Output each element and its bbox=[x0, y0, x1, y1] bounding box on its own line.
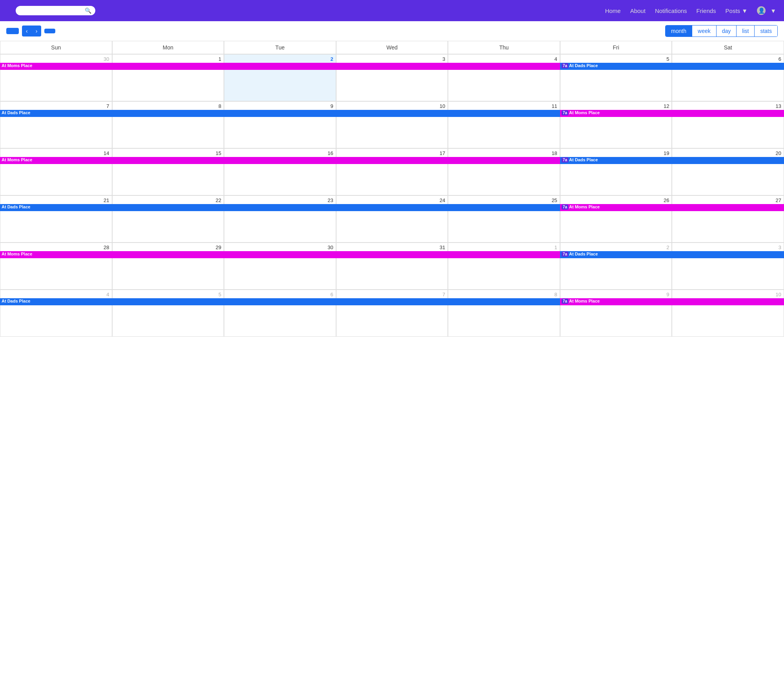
fri-event-w4[interactable]: 7aAt Moms Place bbox=[560, 204, 784, 211]
cell-w6-c0[interactable]: 4 bbox=[0, 290, 112, 337]
cell-w6-c2[interactable]: 6 bbox=[224, 290, 336, 337]
date-label-w6-c5: 9 bbox=[561, 291, 671, 298]
span-event-w2[interactable]: At Dads Place bbox=[0, 110, 560, 117]
search-input[interactable] bbox=[20, 7, 82, 14]
next-month-button[interactable]: › bbox=[32, 26, 42, 36]
cell-w2-c4[interactable]: 11 bbox=[448, 101, 560, 148]
cell-w4-c4[interactable]: 25 bbox=[448, 195, 560, 243]
date-label-w5-c2: 30 bbox=[225, 244, 335, 251]
cell-w5-c4[interactable]: 1 bbox=[448, 243, 560, 290]
cell-w5-c5[interactable]: 2 bbox=[560, 243, 672, 290]
cell-w2-c0[interactable]: 7 bbox=[0, 101, 112, 148]
span-event-w4[interactable]: At Dads Place bbox=[0, 204, 560, 211]
cell-w6-c4[interactable]: 8 bbox=[448, 290, 560, 337]
date-label-w5-c6: 3 bbox=[673, 244, 783, 251]
cell-w5-c3[interactable]: 31 bbox=[336, 243, 448, 290]
date-label-w6-c3: 7 bbox=[337, 291, 447, 298]
cell-w3-c2[interactable]: 16 bbox=[224, 148, 336, 195]
nav-about[interactable]: About bbox=[630, 7, 646, 14]
cell-w1-c1[interactable]: 1 bbox=[112, 54, 224, 101]
week-wrapper-6: 45678910At Dads Place7aAt Moms Place bbox=[0, 290, 784, 337]
nav-home[interactable]: Home bbox=[605, 7, 621, 14]
nav-user[interactable]: 👤 ▼ bbox=[757, 6, 776, 15]
cell-w3-c0[interactable]: 14 bbox=[0, 148, 112, 195]
cell-w6-c1[interactable]: 5 bbox=[112, 290, 224, 337]
date-label-w5-c3: 31 bbox=[337, 244, 447, 251]
cell-w4-c0[interactable]: 21 bbox=[0, 195, 112, 243]
calendar-wrapper: SunMonTueWedThuFriSat30123456At Moms Pla… bbox=[0, 41, 784, 337]
span-event-w5[interactable]: At Moms Place bbox=[0, 251, 560, 258]
fri-event-w1[interactable]: 7aAt Dads Place bbox=[560, 63, 784, 70]
span-event-w1[interactable]: At Moms Place bbox=[0, 63, 560, 70]
time-badge: 7a bbox=[562, 63, 568, 68]
cell-w2-c2[interactable]: 9 bbox=[224, 101, 336, 148]
cell-w1-c4[interactable]: 4 bbox=[448, 54, 560, 101]
cell-w1-c3[interactable]: 3 bbox=[336, 54, 448, 101]
cell-w1-c2[interactable]: 2 bbox=[224, 54, 336, 101]
nav-friends[interactable]: Friends bbox=[697, 7, 716, 14]
cell-w5-c2[interactable]: 30 bbox=[224, 243, 336, 290]
cell-w6-c5[interactable]: 9 bbox=[560, 290, 672, 337]
cell-w4-c6[interactable]: 27 bbox=[672, 195, 784, 243]
cell-w5-c6[interactable]: 3 bbox=[672, 243, 784, 290]
cell-w6-c6[interactable]: 10 bbox=[672, 290, 784, 337]
date-label-w4-c0: 21 bbox=[1, 197, 111, 204]
header-wed: Wed bbox=[336, 41, 448, 54]
cell-w3-c4[interactable]: 18 bbox=[448, 148, 560, 195]
add-event-button[interactable] bbox=[6, 28, 19, 34]
cell-w1-c6[interactable]: 6 bbox=[672, 54, 784, 101]
user-avatar-icon: 👤 bbox=[757, 6, 766, 15]
view-week-button[interactable]: week bbox=[692, 26, 717, 36]
view-day-button[interactable]: day bbox=[717, 26, 737, 36]
cell-w3-c5[interactable]: 19 bbox=[560, 148, 672, 195]
week-wrapper-5: 28293031123At Moms Place7aAt Dads Place bbox=[0, 243, 784, 290]
week-row-1: 30123456 bbox=[0, 54, 784, 101]
date-label-w4-c4: 25 bbox=[449, 197, 559, 204]
cell-w4-c5[interactable]: 26 bbox=[560, 195, 672, 243]
cell-w3-c6[interactable]: 20 bbox=[672, 148, 784, 195]
fri-event-w3[interactable]: 7aAt Dads Place bbox=[560, 157, 784, 164]
cell-w2-c1[interactable]: 8 bbox=[112, 101, 224, 148]
today-button[interactable] bbox=[44, 29, 55, 33]
cell-w5-c0[interactable]: 28 bbox=[0, 243, 112, 290]
header-sat: Sat bbox=[672, 41, 784, 54]
cell-w1-c5[interactable]: 5 bbox=[560, 54, 672, 101]
prev-month-button[interactable]: ‹ bbox=[22, 26, 32, 36]
week-row-6: 45678910 bbox=[0, 290, 784, 337]
cell-w3-c3[interactable]: 17 bbox=[336, 148, 448, 195]
view-stats-button[interactable]: stats bbox=[755, 26, 777, 36]
cell-w4-c2[interactable]: 23 bbox=[224, 195, 336, 243]
view-list-button[interactable]: list bbox=[737, 26, 755, 36]
fri-event-w6[interactable]: 7aAt Moms Place bbox=[560, 298, 784, 305]
cell-w6-c3[interactable]: 7 bbox=[336, 290, 448, 337]
week-wrapper-2: 78910111213At Dads Place7aAt Moms Place bbox=[0, 101, 784, 148]
cell-w3-c1[interactable]: 15 bbox=[112, 148, 224, 195]
date-label-w1-c6: 6 bbox=[673, 55, 783, 63]
date-label-w4-c1: 22 bbox=[113, 197, 223, 204]
cell-w5-c1[interactable]: 29 bbox=[112, 243, 224, 290]
view-month-button[interactable]: month bbox=[666, 26, 692, 36]
header-thu: Thu bbox=[448, 41, 560, 54]
date-label-w5-c1: 29 bbox=[113, 244, 223, 251]
cell-w1-c0[interactable]: 30 bbox=[0, 54, 112, 101]
header-sun: Sun bbox=[0, 41, 112, 54]
fri-event-w5[interactable]: 7aAt Dads Place bbox=[560, 251, 784, 258]
cell-w4-c3[interactable]: 24 bbox=[336, 195, 448, 243]
week-row-2: 78910111213 bbox=[0, 101, 784, 148]
cell-w2-c3[interactable]: 10 bbox=[336, 101, 448, 148]
header-fri: Fri bbox=[560, 41, 672, 54]
date-label-w6-c4: 8 bbox=[449, 291, 559, 298]
span-event-w6[interactable]: At Dads Place bbox=[0, 298, 560, 305]
date-label-w1-c3: 3 bbox=[337, 55, 447, 63]
fri-event-w2[interactable]: 7aAt Moms Place bbox=[560, 110, 784, 117]
span-event-w3[interactable]: At Moms Place bbox=[0, 157, 560, 164]
cell-w2-c5[interactable]: 12 bbox=[560, 101, 672, 148]
date-label-w6-c0: 4 bbox=[1, 291, 111, 298]
cell-w4-c1[interactable]: 22 bbox=[112, 195, 224, 243]
nav-notifications[interactable]: Notifications bbox=[655, 7, 687, 14]
nav-posts[interactable]: Posts ▼ bbox=[726, 7, 748, 14]
week-wrapper-3: 14151617181920At Moms Place7aAt Dads Pla… bbox=[0, 148, 784, 195]
date-label-w1-c4: 4 bbox=[449, 55, 559, 63]
cell-w2-c6[interactable]: 13 bbox=[672, 101, 784, 148]
date-label-w6-c2: 6 bbox=[225, 291, 335, 298]
